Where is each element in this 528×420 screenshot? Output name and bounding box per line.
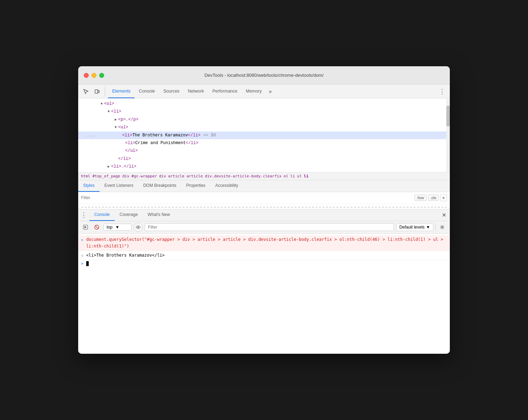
tab-styles[interactable]: Styles <box>78 180 100 192</box>
styles-tabs-bar: Styles Event Listeners DOM Breakpoints P… <box>78 180 450 192</box>
maximize-button[interactable] <box>99 73 104 78</box>
console-cursor <box>86 261 89 266</box>
drawer-tab-console[interactable]: Console <box>89 209 115 221</box>
drawer-tab-whats-new[interactable]: What's New <box>143 209 175 221</box>
scrollbar-thumb[interactable] <box>446 106 450 127</box>
dom-line: <li>Crime and Punishment</li> <box>78 139 450 147</box>
dom-line: ▶ <li>…</li> <box>78 163 450 170</box>
collapse-triangle[interactable]: ▶ <box>113 117 118 123</box>
svg-rect-1 <box>98 90 99 93</box>
console-input-arrow: > <box>81 237 83 243</box>
console-result-text: <li>The Brothers Karamazov</li> <box>86 252 165 259</box>
breadcrumb-item-gc-wrapper[interactable]: #gc-wrapper <box>131 174 157 178</box>
separator <box>435 224 436 231</box>
console-block-button[interactable] <box>92 223 101 232</box>
console-input-line[interactable]: > <box>78 260 450 267</box>
tab-performance[interactable]: Performance <box>208 84 242 98</box>
hov-button[interactable]: :hov <box>414 195 427 201</box>
context-selector[interactable]: top ▼ <box>103 224 131 231</box>
breadcrumb-item-top-of-page[interactable]: #top_of_page <box>93 174 120 178</box>
main-toolbar: Elements Console Sources Network Perform… <box>78 84 450 99</box>
breadcrumb-item-html[interactable]: html <box>81 174 90 178</box>
devtools-menu-button[interactable]: ⋮ <box>437 87 447 96</box>
styles-dashed-area <box>78 204 450 209</box>
tab-network[interactable]: Network <box>184 84 208 98</box>
toolbar-right: ⋮ <box>437 87 447 96</box>
window-title: DevTools - localhost:8080/web/tools/chro… <box>204 73 324 78</box>
console-command-text: document.querySelector("#gc-wrapper > di… <box>86 236 447 250</box>
collapse-triangle[interactable]: ▶ <box>106 164 111 170</box>
more-tabs-button[interactable]: » <box>266 84 275 98</box>
filter-buttons: :hov .cls + <box>414 194 447 201</box>
traffic-lights <box>84 73 104 78</box>
device-toolbar-icon[interactable] <box>92 87 102 96</box>
breadcrumb-item-div-clearfix[interactable]: div.devsite-article-body.clearfix <box>205 174 282 178</box>
styles-filter-bar: :hov .cls + <box>78 192 450 204</box>
console-levels-button[interactable]: Default levels ▼ <box>396 223 433 231</box>
console-eye-button[interactable] <box>134 223 143 232</box>
minimize-button[interactable] <box>92 73 96 78</box>
tab-elements[interactable]: Elements <box>108 84 135 98</box>
svg-line-4 <box>95 226 98 229</box>
dom-tree-panel[interactable]: ▼ <ol> ▼ <li> ▶ <p>…</p> ▼ <ul> <box>78 99 450 172</box>
drawer-tab-coverage[interactable]: Coverage <box>115 209 143 221</box>
tab-dom-breakpoints[interactable]: DOM Breakpoints <box>138 180 181 192</box>
tab-memory[interactable]: Memory <box>242 84 266 98</box>
dom-line: ▶ <p>…</p> <box>78 116 450 123</box>
console-filter-input[interactable] <box>145 223 394 231</box>
dom-line: ▼ <ol> <box>78 100 450 108</box>
devtools-panel: Elements Console Sources Network Perform… <box>78 84 450 354</box>
breadcrumb-item-li-active[interactable]: li <box>304 174 309 178</box>
tab-sources[interactable]: Sources <box>159 84 184 98</box>
collapse-triangle[interactable]: ▼ <box>99 101 104 107</box>
breadcrumb-item-div2[interactable]: div <box>159 174 166 178</box>
bottom-drawer: ⋮ Console Coverage What's New ✕ <box>78 209 450 307</box>
tab-properties[interactable]: Properties <box>181 180 210 192</box>
drawer-close-button[interactable]: ✕ <box>438 209 450 221</box>
collapse-triangle[interactable]: ▼ <box>106 109 111 115</box>
console-caret: > <box>81 261 83 266</box>
breadcrumb-item-ol[interactable]: ol <box>284 174 288 178</box>
breadcrumb-item-article1[interactable]: article <box>168 174 184 178</box>
console-execute-button[interactable] <box>81 223 90 232</box>
cls-button[interactable]: .cls <box>428 195 439 201</box>
tab-console[interactable]: Console <box>135 84 159 98</box>
console-toolbar: top ▼ Default levels ▼ <box>78 221 450 234</box>
breadcrumb: html #top_of_page div #gc-wrapper div ar… <box>78 172 450 180</box>
scrollbar-track[interactable] <box>446 99 450 172</box>
tab-event-listeners[interactable]: Event Listeners <box>100 180 138 192</box>
dom-line-highlighted[interactable]: ... <li>The Brothers Karamazov</li> == $… <box>78 131 450 139</box>
styles-filter-input[interactable] <box>81 195 414 200</box>
dom-line: ▼ <ul> <box>78 123 450 131</box>
titlebar: DevTools - localhost:8080/web/tools/chro… <box>78 66 450 84</box>
svg-point-5 <box>137 226 139 228</box>
drawer-tabs-bar: ⋮ Console Coverage What's New ✕ <box>78 209 450 221</box>
console-result-line: < <li>The Brothers Karamazov</li> <box>78 251 450 260</box>
dom-line: </ul> <box>78 147 450 155</box>
dom-line: ▼ <li> <box>78 108 450 115</box>
console-result-arrow: < <box>81 253 83 259</box>
breadcrumb-item-article2[interactable]: article <box>187 174 203 178</box>
inspect-icon[interactable] <box>81 87 91 96</box>
breadcrumb-item-ul[interactable]: ul <box>297 174 302 178</box>
breadcrumb-item-li1[interactable]: li <box>290 174 295 178</box>
console-settings-button[interactable] <box>438 223 447 232</box>
tab-accessibility[interactable]: Accessibility <box>210 180 243 192</box>
styles-dashed-separator <box>81 207 447 208</box>
add-style-button[interactable]: + <box>440 194 447 201</box>
dom-line: </li> <box>78 155 450 163</box>
main-tabs: Elements Console Sources Network Perform… <box>108 84 275 98</box>
close-button[interactable] <box>84 73 89 78</box>
collapse-triangle[interactable]: ▼ <box>113 124 118 130</box>
devtools-window: DevTools - localhost:8080/web/tools/chro… <box>78 66 450 354</box>
breadcrumb-item-div1[interactable]: div <box>122 174 129 178</box>
console-output[interactable]: > document.querySelector("#gc-wrapper > … <box>78 234 450 307</box>
drawer-more-button[interactable]: ⋮ <box>78 209 89 221</box>
svg-rect-0 <box>95 90 98 93</box>
console-command-line: > document.querySelector("#gc-wrapper > … <box>78 235 450 251</box>
toolbar-icons <box>81 87 105 96</box>
